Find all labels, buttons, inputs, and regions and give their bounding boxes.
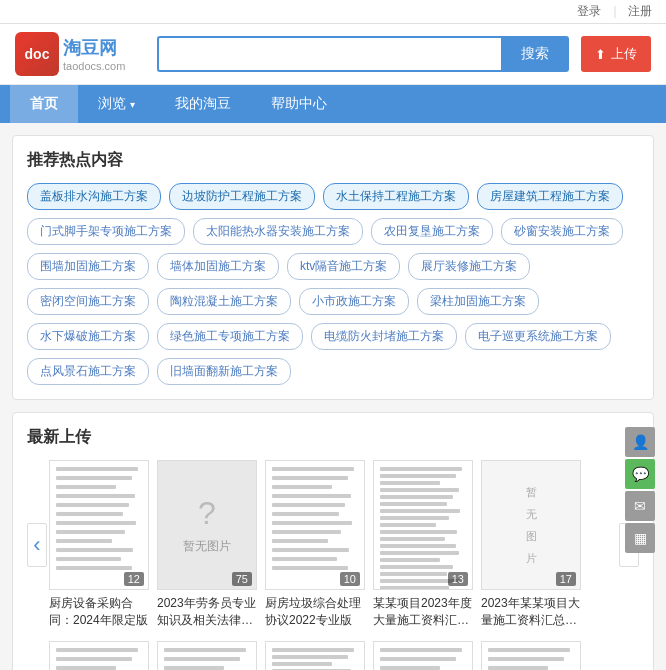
tag-item[interactable]: 梁柱加固施工方案 bbox=[417, 288, 539, 315]
logo-domain: taodocs.com bbox=[63, 60, 125, 72]
latest-section: 最新上传 👤 💬 ✉ ▦ 12厨房设备采购合同：2024年限定版 ? 暂无图片 … bbox=[12, 412, 654, 670]
tag-item[interactable]: 太阳能热水器安装施工方案 bbox=[193, 218, 363, 245]
tag-item[interactable]: 小市政施工方案 bbox=[299, 288, 409, 315]
upload-button[interactable]: ⬆ 上传 bbox=[581, 36, 651, 72]
tag-item[interactable]: 电子巡更系统施工方案 bbox=[465, 323, 611, 350]
header: doc 淘豆网 taodocs.com 搜索 ⬆ 上传 bbox=[0, 24, 666, 85]
tag-item[interactable]: 水土保持工程施工方案 bbox=[323, 183, 469, 210]
doc-count-badge: 75 bbox=[232, 572, 252, 586]
doc-count-badge: 10 bbox=[340, 572, 360, 586]
nav-item-my[interactable]: 我的淘豆 bbox=[155, 85, 251, 123]
docs-grid: 12厨房设备采购合同：2024年限定版 ? 暂无图片 752023年劳务员专业知… bbox=[49, 460, 617, 629]
doc-card[interactable]: 13某某项目2023年度大量施工资料汇总大量 bbox=[373, 460, 473, 629]
doc-card-row2[interactable] bbox=[373, 641, 473, 670]
doc-count-badge: 12 bbox=[124, 572, 144, 586]
side-btn-mail[interactable]: ✉ bbox=[625, 491, 655, 521]
doc-card[interactable]: 10厨房垃圾综合处理协议2022专业版 bbox=[265, 460, 365, 629]
search-button[interactable]: 搜索 bbox=[501, 36, 569, 72]
nav-bar: 首页 浏览 ▾ 我的淘豆 帮助中心 bbox=[0, 85, 666, 123]
login-link[interactable]: 登录 bbox=[577, 4, 601, 18]
tag-item[interactable]: 砂窗安装施工方案 bbox=[501, 218, 623, 245]
nav-label-help: 帮助中心 bbox=[271, 95, 327, 113]
search-input[interactable] bbox=[157, 36, 501, 72]
tag-item[interactable]: 盖板排水沟施工方案 bbox=[27, 183, 161, 210]
tag-item[interactable]: 点风景石施工方案 bbox=[27, 358, 149, 385]
tag-item[interactable]: 边坡防护工程施工方案 bbox=[169, 183, 315, 210]
tags-container: 盖板排水沟施工方案边坡防护工程施工方案水土保持工程施工方案房屋建筑工程施工方案门… bbox=[27, 183, 639, 385]
tag-item[interactable]: 陶粒混凝土施工方案 bbox=[157, 288, 291, 315]
tag-item[interactable]: 墙体加固施工方案 bbox=[157, 253, 279, 280]
doc-title: 某某项目2023年度大量施工资料汇总大量 bbox=[373, 595, 473, 629]
doc-card-row2[interactable] bbox=[49, 641, 149, 670]
latest-section-title: 最新上传 bbox=[27, 427, 639, 448]
nav-label-home: 首页 bbox=[30, 95, 58, 113]
tag-item[interactable]: 农田复垦施工方案 bbox=[371, 218, 493, 245]
logo-chinese: 淘豆网 bbox=[63, 36, 125, 60]
doc-title: 2023年劳务员专业知识及相关法律知识考试 bbox=[157, 595, 257, 629]
doc-card[interactable]: 暂无图片 172023年某某项目大量施工资料汇总大量 bbox=[481, 460, 581, 629]
tag-item[interactable]: 旧墙面翻新施工方案 bbox=[157, 358, 291, 385]
side-btn-user[interactable]: 👤 bbox=[625, 427, 655, 457]
doc-count-badge: 17 bbox=[556, 572, 576, 586]
tag-item[interactable]: ktv隔音施工方案 bbox=[287, 253, 400, 280]
upload-label: 上传 bbox=[611, 45, 637, 63]
doc-title: 厨房垃圾综合处理协议2022专业版 bbox=[265, 595, 365, 629]
doc-title: 厨房设备采购合同：2024年限定版 bbox=[49, 595, 149, 629]
side-btn-wechat[interactable]: 💬 bbox=[625, 459, 655, 489]
divider: ｜ bbox=[609, 4, 621, 18]
register-link[interactable]: 注册 bbox=[628, 4, 652, 18]
tag-item[interactable]: 展厅装修施工方案 bbox=[408, 253, 530, 280]
doc-title: 2023年某某项目大量施工资料汇总大量 bbox=[481, 595, 581, 629]
doc-card-row2[interactable] bbox=[481, 641, 581, 670]
nav-item-browse[interactable]: 浏览 ▾ bbox=[78, 85, 155, 123]
doc-card-row2[interactable] bbox=[265, 641, 365, 670]
logo-text-area: 淘豆网 taodocs.com bbox=[63, 36, 125, 72]
tag-item[interactable]: 密闭空间施工方案 bbox=[27, 288, 149, 315]
nav-label-my: 我的淘豆 bbox=[175, 95, 231, 113]
logo-area[interactable]: doc 淘豆网 taodocs.com bbox=[15, 32, 145, 76]
side-btn-qr[interactable]: ▦ bbox=[625, 523, 655, 553]
doc-card-row2[interactable] bbox=[157, 641, 257, 670]
tag-item[interactable]: 绿色施工专项施工方案 bbox=[157, 323, 303, 350]
tag-item[interactable]: 门式脚手架专项施工方案 bbox=[27, 218, 185, 245]
tag-item[interactable]: 电缆防火封堵施工方案 bbox=[311, 323, 457, 350]
tag-item[interactable]: 围墙加固施工方案 bbox=[27, 253, 149, 280]
nav-item-help[interactable]: 帮助中心 bbox=[251, 85, 347, 123]
tag-item[interactable]: 水下爆破施工方案 bbox=[27, 323, 149, 350]
nav-label-browse: 浏览 bbox=[98, 95, 126, 113]
doc-card[interactable]: 12厨房设备采购合同：2024年限定版 bbox=[49, 460, 149, 629]
doc-card[interactable]: ? 暂无图片 752023年劳务员专业知识及相关法律知识考试 bbox=[157, 460, 257, 629]
main-content: 推荐热点内容 盖板排水沟施工方案边坡防护工程施工方案水土保持工程施工方案房屋建筑… bbox=[0, 123, 666, 670]
docs-grid-row2 bbox=[49, 641, 617, 670]
search-area: 搜索 bbox=[157, 36, 569, 72]
prev-arrow[interactable]: ‹ bbox=[27, 523, 47, 567]
doc-count-badge: 13 bbox=[448, 572, 468, 586]
hot-section: 推荐热点内容 盖板排水沟施工方案边坡防护工程施工方案水土保持工程施工方案房屋建筑… bbox=[12, 135, 654, 400]
upload-icon: ⬆ bbox=[595, 47, 606, 62]
logo-icon: doc bbox=[15, 32, 59, 76]
nav-item-home[interactable]: 首页 bbox=[10, 85, 78, 123]
hot-section-title: 推荐热点内容 bbox=[27, 150, 639, 171]
top-bar: 登录 ｜ 注册 bbox=[0, 0, 666, 24]
tag-item[interactable]: 房屋建筑工程施工方案 bbox=[477, 183, 623, 210]
browse-dropdown-icon: ▾ bbox=[130, 99, 135, 110]
